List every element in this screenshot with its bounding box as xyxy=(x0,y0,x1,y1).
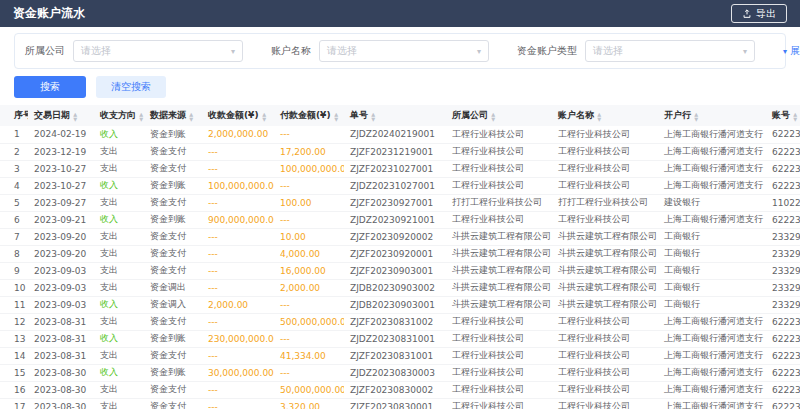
cell-account-name: 工程行业科技公司 xyxy=(552,364,658,381)
column-header-label: 收支方向 xyxy=(100,110,136,120)
cell-date: 2023-09-03 xyxy=(28,296,94,313)
export-button-label: 导出 xyxy=(756,7,776,20)
cell-bank: 上海工商银行潘河道支行 xyxy=(658,177,766,194)
cell-direction: 收入 xyxy=(94,126,144,143)
cell-source: 资金到账 xyxy=(144,126,202,143)
cell-source: 资金支付 xyxy=(144,347,202,364)
cell-receive-amount: 2,000.00 xyxy=(202,296,274,313)
cell-order-number: ZJDZ20230921001 xyxy=(344,211,446,228)
search-button[interactable]: 搜索 xyxy=(14,76,86,98)
cell-bank: 上海工商银行潘河道支行 xyxy=(658,347,766,364)
cell-pay-amount: --- xyxy=(274,177,344,194)
export-button[interactable]: 导出 xyxy=(731,4,787,23)
cell-direction: 收入 xyxy=(94,296,144,313)
cell-receive-amount: --- xyxy=(202,262,274,279)
cell-date: 2023-09-20 xyxy=(28,245,94,262)
filter-group-company: 所属公司 请选择 ▾ xyxy=(25,40,243,62)
table-row: 62023-09-21收入资金到账900,000,000.00---ZJDZ20… xyxy=(0,211,800,228)
clear-search-button[interactable]: 清空搜索 xyxy=(96,76,166,98)
sort-icon[interactable]: ▲▼ xyxy=(73,111,78,121)
account-type-select[interactable]: 请选择 ▾ xyxy=(585,40,755,62)
sort-icon[interactable]: ▲▼ xyxy=(597,111,602,121)
cell-bank: 工商银行 xyxy=(658,228,766,245)
expand-filters-link[interactable]: ▾ 展开筛选 xyxy=(783,44,800,58)
sort-icon[interactable]: ▲▼ xyxy=(139,111,144,121)
company-select[interactable]: 请选择 ▾ xyxy=(73,40,243,62)
cell-source: 资金支付 xyxy=(144,262,202,279)
sort-icon[interactable]: ▲▼ xyxy=(189,111,194,121)
cell-date: 2023-08-30 xyxy=(28,381,94,398)
cell-company: 工程行业科技公司 xyxy=(446,330,552,347)
cell-account-number: 62223011 xyxy=(766,177,800,194)
cell-receive-amount: --- xyxy=(202,381,274,398)
cell-bank: 建设银行 xyxy=(658,194,766,211)
cell-account-name: 工程行业科技公司 xyxy=(552,177,658,194)
cell-date: 2023-09-20 xyxy=(28,228,94,245)
column-header[interactable]: 收支方向▲▼ xyxy=(94,105,144,126)
cell-account-name: 斗拱云建筑工程有限公司 xyxy=(552,262,658,279)
column-header[interactable]: 账号▲▼ xyxy=(766,105,800,126)
cell-receive-amount: 230,000,000.00 xyxy=(202,330,274,347)
table-row: 32023-10-27支出资金支付---100,000,000.00ZJZF20… xyxy=(0,160,800,177)
column-header-label: 收款金额(¥) xyxy=(208,110,259,120)
account-name-select[interactable]: 请选择 ▾ xyxy=(319,40,489,62)
sort-icon[interactable]: ▲▼ xyxy=(694,111,699,121)
cell-account-name: 工程行业科技公司 xyxy=(552,126,658,143)
cell-bank: 上海工商银行潘河道支行 xyxy=(658,381,766,398)
company-select-placeholder: 请选择 xyxy=(81,44,111,58)
cell-bank: 工商银行 xyxy=(658,262,766,279)
cell-pay-amount: 50,000,000.00 xyxy=(274,381,344,398)
cell-date: 2023-09-21 xyxy=(28,211,94,228)
column-header[interactable]: 收款金额(¥)▲▼ xyxy=(202,105,274,126)
cell-company: 打打工程行业科技公司 xyxy=(446,194,552,211)
sort-icon[interactable]: ▲▼ xyxy=(793,111,798,121)
column-header[interactable]: 开户行▲▼ xyxy=(658,105,766,126)
cell-source: 资金支付 xyxy=(144,381,202,398)
row-index: 3 xyxy=(0,160,28,177)
cell-source: 资金到账 xyxy=(144,364,202,381)
sort-icon[interactable]: ▲▼ xyxy=(334,111,339,121)
cell-receive-amount: 30,000,000.00 xyxy=(202,364,274,381)
cell-company: 斗拱云建筑工程有限公司 xyxy=(446,245,552,262)
cell-source: 资金支付 xyxy=(144,143,202,160)
cell-company: 工程行业科技公司 xyxy=(446,177,552,194)
filter-group-account-name: 账户名称 请选择 ▾ xyxy=(271,40,489,62)
row-index: 16 xyxy=(0,381,28,398)
cell-company: 斗拱云建筑工程有限公司 xyxy=(446,228,552,245)
cell-receive-amount: --- xyxy=(202,143,274,160)
table-row: 92023-09-03支出资金支付---16,000.00ZJZF2023090… xyxy=(0,262,800,279)
row-index: 9 xyxy=(0,262,28,279)
cell-account-name: 工程行业科技公司 xyxy=(552,381,658,398)
cell-account-name: 斗拱云建筑工程有限公司 xyxy=(552,296,658,313)
column-header[interactable]: 数据来源▲▼ xyxy=(144,105,202,126)
sort-icon[interactable]: ▲▼ xyxy=(491,111,496,121)
row-index: 13 xyxy=(0,330,28,347)
cell-order-number: ZJZF20231219001 xyxy=(344,143,446,160)
table-row: 82023-09-20支出资金支付---4,000.00ZJZF20230920… xyxy=(0,245,800,262)
sort-icon[interactable]: ▲▼ xyxy=(371,111,376,121)
cell-receive-amount: --- xyxy=(202,279,274,296)
column-header[interactable]: 交易日期▲▼ xyxy=(28,105,94,126)
sort-icon[interactable]: ▲▼ xyxy=(262,111,267,121)
cell-order-number: ZJZF20230831002 xyxy=(344,313,446,330)
cell-company: 工程行业科技公司 xyxy=(446,313,552,330)
cell-receive-amount: --- xyxy=(202,313,274,330)
cell-account-number: 23329499 xyxy=(766,279,800,296)
cell-direction: 支出 xyxy=(94,398,144,409)
column-header[interactable]: 所属公司▲▼ xyxy=(446,105,552,126)
cell-account-number: 62223011 xyxy=(766,160,800,177)
row-index: 10 xyxy=(0,279,28,296)
cell-pay-amount: 4,000.00 xyxy=(274,245,344,262)
cell-date: 2023-08-30 xyxy=(28,364,94,381)
cell-direction: 支出 xyxy=(94,279,144,296)
column-header[interactable]: 单号▲▼ xyxy=(344,105,446,126)
column-header[interactable]: 账户名称▲▼ xyxy=(552,105,658,126)
page-title: 资金账户流水 xyxy=(13,5,85,22)
chevron-down-icon: ▾ xyxy=(743,47,747,56)
cell-account-name: 斗拱云建筑工程有限公司 xyxy=(552,245,658,262)
row-index: 12 xyxy=(0,313,28,330)
row-index: 14 xyxy=(0,347,28,364)
column-header[interactable]: 付款金额(¥)▲▼ xyxy=(274,105,344,126)
column-header-label: 序号 xyxy=(14,110,28,120)
cell-account-name: 工程行业科技公司 xyxy=(552,398,658,409)
